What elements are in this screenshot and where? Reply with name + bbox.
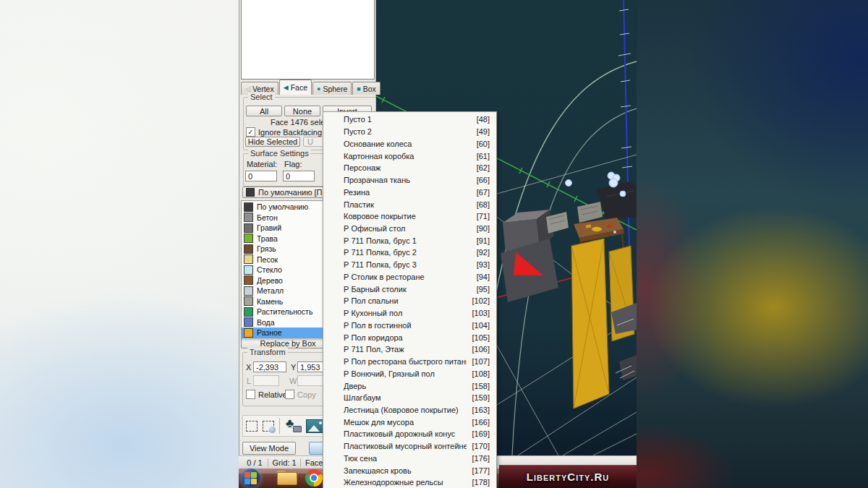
context-menu-item[interactable]: Тюк сена [176] [323,453,496,465]
start-flag-green [251,472,257,478]
material-item[interactable]: Разное [242,328,334,338]
material-color-swatch-icon [244,317,253,327]
material-color-swatch-icon [244,296,253,306]
w-field[interactable] [297,375,323,386]
context-menu-item[interactable]: Р Столик в ресторане [94] [323,271,496,283]
y-label: Y [291,363,296,372]
material-item[interactable]: Металл [242,286,334,296]
context-menu-item[interactable]: Р Пол в гостинной [104] [323,319,496,331]
material-item[interactable]: Гравий [242,223,334,234]
w-label: W [289,377,297,385]
marquee-sphere-select-icon[interactable] [263,421,274,432]
material-color-swatch-icon [244,286,253,296]
material-item[interactable]: Трава [242,234,334,244]
material-item[interactable]: Дерево [242,275,334,286]
view-mode-button[interactable]: View Mode [242,442,296,455]
l-field[interactable] [253,375,279,386]
material-color-swatch-icon [244,275,253,285]
relative-checkbox[interactable]: Relative [246,390,287,399]
chrome-browser-icon[interactable] [305,469,323,487]
context-menu-item[interactable]: Прозрачная ткань [66] [323,174,496,187]
select-all-button[interactable]: All [246,106,282,116]
context-menu-item[interactable]: Р Вонючий, Грязный пол [108] [323,367,496,380]
material-item[interactable]: По умолчанию [242,202,334,213]
context-menu-item[interactable]: Персонаж [62] [323,162,496,174]
material-color-swatch-icon [244,307,253,317]
surface-settings-legend: Surface Settings [248,149,311,158]
default-material-button-label: По умолчанию [По у [258,188,333,197]
context-menu-item[interactable]: Р Барный столик [95] [323,283,496,295]
blurred-background-left [0,0,239,488]
ignore-backfacing-label: Ignore Backfacing [258,128,322,137]
context-menu-item[interactable]: Р 711 Полка, брус 3 [93] [323,259,496,271]
material-color-swatch-icon [244,213,253,222]
context-menu-item[interactable]: Ковровое покрытие [71] [323,210,496,223]
windows-start-icon[interactable] [241,468,260,488]
context-menu-item[interactable]: Резина [67] [323,186,496,198]
context-menu-item[interactable]: Железнодорожные рельсы [178] [323,476,496,488]
context-menu-item[interactable]: Основание колеса [60] [323,137,496,150]
context-menu-item[interactable]: Мешок для мусора [166] [323,416,496,428]
l-label: L [247,377,251,385]
context-menu-item[interactable]: Пластик [68] [323,198,496,210]
material-color-swatch-icon [244,234,253,243]
context-menu-item[interactable]: Картонная коробка [61] [323,150,496,162]
material-item[interactable]: Грязь [242,244,334,254]
mode-tab[interactable]: Face [279,80,312,95]
status-divider [300,458,301,467]
select-group-legend: Select [248,93,275,101]
copy-checkbox[interactable]: Copy [285,390,316,399]
context-menu-item[interactable]: Р Пол спальни [102] [323,295,496,307]
material-item[interactable]: Песок [242,254,334,265]
mode-tab[interactable]: Sphere [312,82,352,95]
start-flag-red [244,472,250,478]
context-menu-item[interactable]: Р Офисный стол [90] [323,223,496,235]
counter-status: 0 / 1 [242,458,268,467]
relative-label: Relative [258,390,287,399]
material-item[interactable]: Камень [242,296,334,307]
material-color-swatch-icon [244,265,253,275]
context-menu-item[interactable]: Р 711 Пол, Этаж [106] [323,343,496,356]
context-menu-item[interactable]: Р 711 Полка, брус 2 [92] [323,247,496,259]
context-menu-item[interactable]: Р 711 Полка, брус 1 [91] [323,234,496,247]
material-item[interactable]: Бетон [242,213,334,223]
marquee-select-icon[interactable] [246,421,258,432]
material-item[interactable]: Растительность [242,307,334,317]
material-color-swatch-icon [244,254,253,264]
replace-by-box-button[interactable]: Replace by Box [241,338,335,348]
object-listbox[interactable] [241,0,375,80]
context-menu-item[interactable]: Пластиковый мусорный контейнер [170] [323,440,496,453]
material-list: По умолчанию Бетон Гравий Трава Гряз [241,200,335,338]
explorer-folder-icon[interactable] [277,471,297,485]
watermark-banner: LibertyCity.Ru [499,465,637,488]
context-menu-item[interactable]: Лестница (Ковровое покрытие) [163] [323,404,496,416]
copy-label: Copy [297,390,316,399]
watermark-text: LibertyCity.Ru [527,471,609,483]
context-menu-item[interactable]: Пусто 1 [48] [323,114,496,126]
default-material-swatch-icon [246,188,255,197]
material-item[interactable]: Стекло [242,265,334,275]
context-menu-item[interactable]: Шлагбаум [159] [323,392,496,404]
hide-selected-button[interactable]: Hide Selected [245,137,300,147]
material-item[interactable]: Вода [242,317,334,328]
flag-label: Flag: [284,160,302,168]
context-menu: Пусто 1 [48] Пусто 2 [49] Основание коле… [323,111,497,488]
context-menu-item[interactable]: Запекшаяся кровь [177] [323,464,496,476]
mode-tab[interactable]: Box [352,82,380,95]
context-menu-item[interactable]: Р Пол ресторана быстрого питания [107] [323,356,496,368]
x-field[interactable]: -2,393 [253,361,286,372]
blurred-background-right [637,0,868,488]
context-menu-item[interactable]: Пластиковый дорожный конус [169] [323,428,496,440]
material-field[interactable]: 0 [245,171,277,181]
flag-field[interactable]: 0 [283,171,315,181]
material-color-swatch-icon [244,223,253,233]
context-menu-item[interactable]: Пусто 2 [49] [323,126,496,138]
material-label: Material: [247,160,277,168]
vegetation-tool-icon[interactable] [285,418,301,434]
select-none-button[interactable]: None [284,106,320,116]
ignore-backfacing-checkbox[interactable]: Ignore Backfacing [246,127,322,137]
context-menu-item[interactable]: Р Пол коридора [105] [323,331,496,343]
context-menu-item[interactable]: Р Кухонный пол [103] [323,307,496,320]
context-menu-item[interactable]: Дверь [158] [323,380,496,392]
x-label: X [246,363,251,372]
